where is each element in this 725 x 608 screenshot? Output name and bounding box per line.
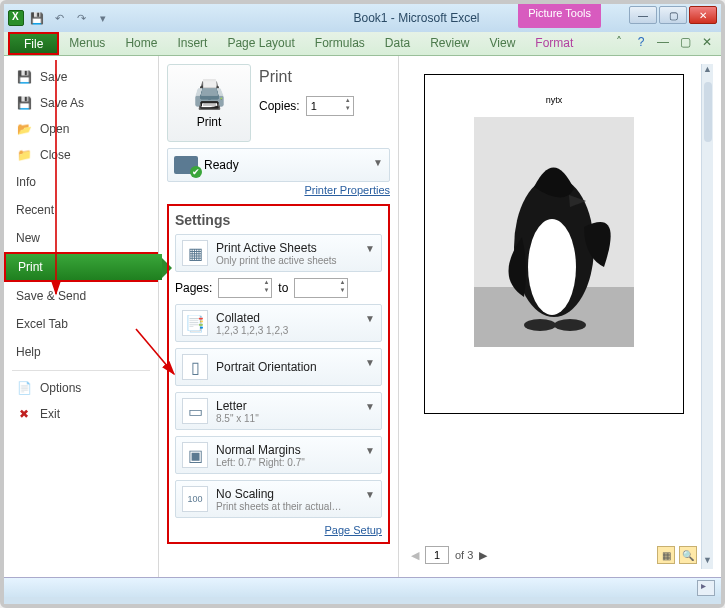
next-page-button[interactable]: ▶ <box>479 549 487 562</box>
tab-format[interactable]: Format <box>525 32 583 55</box>
scaling-selector[interactable]: 100 No ScalingPrint sheets at their actu… <box>175 480 382 518</box>
options-icon: 📄 <box>16 380 32 396</box>
ribbon-tabs: File Menus Home Insert Page Layout Formu… <box>4 32 721 56</box>
margins-selector[interactable]: ▣ Normal MarginsLeft: 0.7" Right: 0.7" ▼ <box>175 436 382 474</box>
scroll-up-icon[interactable]: ▲ <box>703 64 712 78</box>
close-button[interactable]: ✕ <box>689 6 717 24</box>
chevron-down-icon: ▼ <box>365 401 375 412</box>
maximize-button[interactable]: ▢ <box>659 6 687 24</box>
nav-print[interactable]: Print <box>4 252 158 282</box>
nav-save-as[interactable]: 💾Save As <box>4 90 158 116</box>
copies-spinner[interactable]: 1 <box>306 96 354 116</box>
scroll-thumb[interactable] <box>704 82 712 142</box>
chevron-down-icon: ▼ <box>365 489 375 500</box>
chevron-down-icon: ▼ <box>365 243 375 254</box>
print-button[interactable]: 🖨️ Print <box>167 64 251 142</box>
collate-icon: 📑 <box>182 310 208 336</box>
nav-excel-tab[interactable]: Excel Tab <box>4 310 158 338</box>
horizontal-scroll-right[interactable] <box>697 580 715 596</box>
nav-options[interactable]: 📄Options <box>4 375 158 401</box>
page-number-input[interactable] <box>425 546 449 564</box>
tab-home[interactable]: Home <box>115 32 167 55</box>
penguin-image <box>474 117 634 347</box>
preview-page: nytx <box>424 74 684 414</box>
nav-info[interactable]: Info <box>4 168 158 196</box>
save-as-icon: 💾 <box>16 95 32 111</box>
contextual-tool-tab[interactable]: Picture Tools <box>518 4 601 28</box>
mdi-restore-icon[interactable]: ▢ <box>677 35 693 49</box>
print-panel: 🖨️ Print Print Copies: 1 Ready ▼ Printer… <box>159 56 399 577</box>
qat-save-icon[interactable]: 💾 <box>28 9 46 27</box>
minimize-button[interactable]: — <box>629 6 657 24</box>
settings-heading: Settings <box>175 212 382 228</box>
chevron-down-icon: ▼ <box>373 157 383 168</box>
settings-section: Settings ▦ Print Active SheetsOnly print… <box>167 204 390 544</box>
printer-properties-link[interactable]: Printer Properties <box>167 184 390 196</box>
sheets-icon: ▦ <box>182 240 208 266</box>
exit-icon: ✖ <box>16 406 32 422</box>
scaling-icon: 100 <box>182 486 208 512</box>
svg-point-5 <box>524 319 556 331</box>
tab-insert[interactable]: Insert <box>167 32 217 55</box>
vertical-scrollbar[interactable]: ▲ ▼ <box>701 64 713 569</box>
nav-close[interactable]: 📁Close <box>4 142 158 168</box>
chevron-down-icon: ▼ <box>365 445 375 456</box>
nav-save[interactable]: 💾Save <box>4 64 158 90</box>
copies-label: Copies: <box>259 99 300 113</box>
qat-customize-icon[interactable]: ▾ <box>94 9 112 27</box>
qat-undo-icon[interactable]: ↶ <box>50 9 68 27</box>
mdi-close-icon[interactable]: ✕ <box>699 35 715 49</box>
nav-new[interactable]: New <box>4 224 158 252</box>
file-tab[interactable]: File <box>8 32 59 55</box>
nav-exit[interactable]: ✖Exit <box>4 401 158 427</box>
nav-help[interactable]: Help <box>4 338 158 366</box>
svg-point-6 <box>554 319 586 331</box>
preview-canvas: nytx <box>407 64 701 541</box>
page-setup-link[interactable]: Page Setup <box>175 524 382 536</box>
tab-view[interactable]: View <box>480 32 526 55</box>
print-heading: Print <box>259 68 390 86</box>
save-icon: 💾 <box>16 69 32 85</box>
titlebar: 💾 ↶ ↷ ▾ Book1 - Microsoft Excel Picture … <box>4 4 721 32</box>
nav-save-send[interactable]: Save & Send <box>4 282 158 310</box>
nav-recent[interactable]: Recent <box>4 196 158 224</box>
backstage-view: 💾Save 💾Save As 📂Open 📁Close Info Recent … <box>4 56 721 577</box>
ribbon-minimize-icon[interactable]: ˄ <box>611 35 627 49</box>
orientation-selector[interactable]: ▯ Portrait Orientation ▼ <box>175 348 382 386</box>
to-label: to <box>278 281 288 295</box>
pages-label: Pages: <box>175 281 212 295</box>
tab-page-layout[interactable]: Page Layout <box>217 32 304 55</box>
backstage-nav: 💾Save 💾Save As 📂Open 📁Close Info Recent … <box>4 56 159 577</box>
nav-open[interactable]: 📂Open <box>4 116 158 142</box>
statusbar <box>4 577 721 597</box>
mdi-minimize-icon[interactable]: — <box>655 35 671 49</box>
chevron-down-icon: ▼ <box>365 357 375 368</box>
printer-selector[interactable]: Ready ▼ <box>167 148 390 182</box>
help-icon[interactable]: ? <box>633 35 649 49</box>
pages-from-spinner[interactable] <box>218 278 272 298</box>
svg-point-3 <box>528 219 576 315</box>
pages-to-spinner[interactable] <box>294 278 348 298</box>
tab-menus[interactable]: Menus <box>59 32 115 55</box>
tab-formulas[interactable]: Formulas <box>305 32 375 55</box>
close-folder-icon: 📁 <box>16 147 32 163</box>
tab-review[interactable]: Review <box>420 32 479 55</box>
show-margins-button[interactable]: ▦ <box>657 546 675 564</box>
qat-redo-icon[interactable]: ↷ <box>72 9 90 27</box>
printer-ready-icon <box>174 156 198 174</box>
print-what-selector[interactable]: ▦ Print Active SheetsOnly print the acti… <box>175 234 382 272</box>
tab-data[interactable]: Data <box>375 32 420 55</box>
open-folder-icon: 📂 <box>16 121 32 137</box>
prev-page-button[interactable]: ◀ <box>411 549 419 562</box>
zoom-to-page-button[interactable]: 🔍 <box>679 546 697 564</box>
print-preview: nytx <box>399 56 721 577</box>
portrait-icon: ▯ <box>182 354 208 380</box>
scroll-down-icon[interactable]: ▼ <box>703 555 712 569</box>
page-total: of 3 <box>455 549 473 561</box>
collation-selector[interactable]: 📑 Collated1,2,3 1,2,3 1,2,3 ▼ <box>175 304 382 342</box>
preview-navbar: ◀ of 3 ▶ ▦ 🔍 <box>407 541 701 569</box>
paper-size-selector[interactable]: ▭ Letter8.5" x 11" ▼ <box>175 392 382 430</box>
margins-icon: ▣ <box>182 442 208 468</box>
excel-icon <box>8 10 24 26</box>
pages-range: Pages: to <box>175 278 382 298</box>
